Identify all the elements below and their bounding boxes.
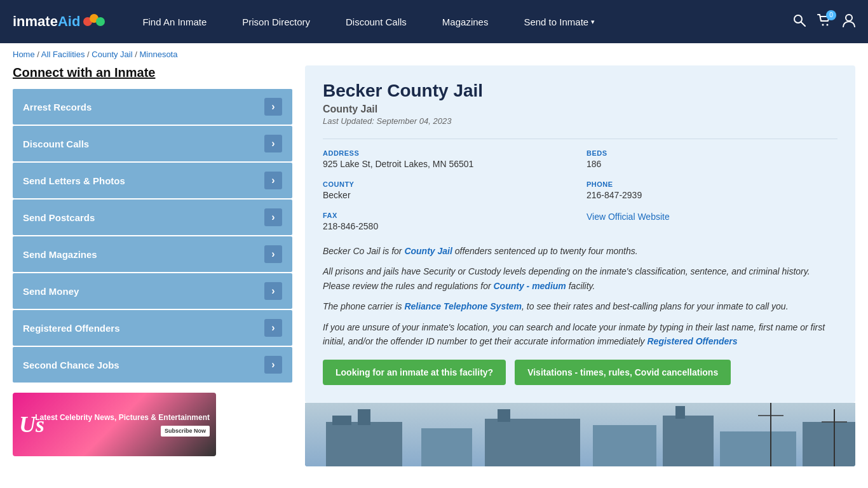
phone-label: PHONE	[587, 180, 837, 188]
facility-updated: Last Updated: September 04, 2023	[323, 116, 837, 126]
arrow-icon: ›	[264, 135, 282, 152]
svg-rect-10	[332, 416, 351, 425]
arrow-icon: ›	[264, 98, 282, 116]
svg-rect-11	[358, 409, 370, 425]
search-icon[interactable]	[793, 14, 806, 30]
content-area: Becker County Jail County Jail Last Upda…	[305, 65, 855, 466]
description-2: All prisons and jails have Security or C…	[323, 264, 837, 293]
sidebar-item-send-letters[interactable]: Send Letters & Photos ›	[13, 163, 292, 198]
svg-point-3	[794, 15, 802, 23]
facility-card: Becker County Jail County Jail Last Upda…	[305, 65, 855, 403]
county-block: COUNTY Becker	[323, 180, 574, 200]
breadcrumb-all-facilities[interactable]: All Facilities	[41, 50, 85, 59]
sidebar-title: Connect with an Inmate	[13, 65, 292, 80]
svg-rect-12	[421, 428, 472, 466]
county-medium-link[interactable]: County - medium	[493, 281, 566, 291]
sidebar-item-send-magazines[interactable]: Send Magazines ›	[13, 236, 292, 272]
svg-rect-17	[675, 406, 685, 419]
registered-offenders-link[interactable]: Registered Offenders	[647, 336, 737, 346]
description-4: If you are unsure of your inmate's locat…	[323, 320, 837, 349]
arrow-icon: ›	[264, 282, 282, 300]
advertisement[interactable]: Us Latest Celebrity News, Pictures & Ent…	[13, 393, 216, 456]
ad-text: Latest Celebrity News, Pictures & Entert…	[35, 412, 210, 436]
phone-value: 216-847-2939	[587, 190, 837, 200]
find-inmate-button[interactable]: Looking for an inmate at this facility?	[323, 360, 506, 385]
sidebar: Connect with an Inmate Arrest Records › …	[13, 65, 292, 466]
arrow-icon: ›	[264, 245, 282, 263]
ad-subscribe-button[interactable]: Subscribe Now	[161, 426, 210, 437]
arrow-icon: ›	[264, 356, 282, 374]
svg-point-2	[96, 17, 105, 26]
sidebar-item-send-postcards[interactable]: Send Postcards ›	[13, 200, 292, 235]
sidebar-item-send-money[interactable]: Send Money ›	[13, 273, 292, 309]
official-website-link[interactable]: View Official Website	[587, 212, 670, 222]
send-to-inmate-caret: ▾	[591, 18, 595, 26]
breadcrumb-county-jail[interactable]: County Jail	[92, 50, 132, 59]
header: inmateAid Find An Inmate Prison Director…	[0, 0, 868, 43]
sidebar-item-arrest-records[interactable]: Arrest Records ›	[13, 89, 292, 125]
svg-point-7	[846, 15, 852, 21]
nav-magazines[interactable]: Magazines	[424, 0, 506, 43]
fax-block: FAX 218-846-2580	[323, 212, 574, 231]
svg-line-4	[801, 22, 805, 26]
sidebar-item-registered-offenders[interactable]: Registered Offenders ›	[13, 310, 292, 346]
county-value: Becker	[323, 190, 574, 200]
address-value: 925 Lake St, Detroit Lakes, MN 56501	[323, 159, 574, 169]
beds-value: 186	[587, 159, 837, 169]
nav-find-inmate[interactable]: Find An Inmate	[125, 0, 224, 43]
breadcrumb-minnesota[interactable]: Minnesota	[139, 50, 177, 59]
beds-block: BEDS 186	[587, 149, 837, 169]
arrow-icon: ›	[264, 172, 282, 189]
nav-prison-directory[interactable]: Prison Directory	[224, 0, 328, 43]
svg-rect-19	[803, 422, 855, 466]
phone-block: PHONE 216-847-2939	[587, 180, 837, 200]
svg-rect-16	[663, 416, 714, 466]
header-icons: 0	[793, 13, 855, 30]
facility-image	[305, 403, 855, 466]
breadcrumb-home[interactable]: Home	[13, 50, 35, 59]
breadcrumb: Home / All Facilities / County Jail / Mi…	[0, 43, 868, 65]
nav-send-to-inmate[interactable]: Send to Inmate ▾	[506, 0, 613, 43]
logo-area[interactable]: inmateAid	[13, 12, 105, 31]
svg-point-5	[822, 24, 824, 25]
main-nav: Find An Inmate Prison Directory Discount…	[125, 0, 793, 43]
facility-type: County Jail	[323, 104, 837, 115]
description-1: Becker Co Jail is for County Jail offend…	[323, 244, 837, 258]
county-jail-link-1[interactable]: County Jail	[404, 246, 452, 256]
action-buttons: Looking for an inmate at this facility? …	[323, 360, 837, 385]
sidebar-menu: Arrest Records › Discount Calls › Send L…	[13, 89, 292, 383]
svg-rect-15	[593, 425, 656, 466]
cart-badge: 0	[826, 10, 836, 20]
fax-value: 218-846-2580	[323, 221, 574, 231]
arrow-icon: ›	[264, 208, 282, 226]
reliance-link[interactable]: Reliance Telephone System	[404, 301, 522, 311]
visitations-button[interactable]: Visitations - times, rules, Covid cancel…	[515, 360, 731, 385]
svg-rect-18	[720, 431, 796, 466]
info-grid: ADDRESS 925 Lake St, Detroit Lakes, MN 5…	[323, 139, 837, 231]
svg-point-6	[827, 24, 829, 25]
description-3: The phone carrier is Reliance Telephone …	[323, 299, 837, 313]
fax-label: FAX	[323, 212, 574, 219]
main-content: Connect with an Inmate Arrest Records › …	[0, 65, 868, 479]
svg-rect-14	[498, 409, 510, 422]
nav-discount-calls[interactable]: Discount Calls	[328, 0, 424, 43]
address-block: ADDRESS 925 Lake St, Detroit Lakes, MN 5…	[323, 149, 574, 169]
website-block: View Official Website	[587, 212, 837, 231]
arrow-icon: ›	[264, 319, 282, 337]
cart-icon[interactable]: 0	[817, 14, 831, 30]
svg-rect-9	[326, 422, 402, 466]
logo: inmateAid	[13, 12, 105, 31]
county-label: COUNTY	[323, 180, 574, 188]
facility-name: Becker County Jail	[323, 81, 837, 101]
sidebar-item-second-chance-jobs[interactable]: Second Chance Jobs ›	[13, 347, 292, 383]
beds-label: BEDS	[587, 149, 837, 157]
address-label: ADDRESS	[323, 149, 574, 157]
user-icon[interactable]	[843, 13, 855, 30]
sidebar-item-discount-calls[interactable]: Discount Calls ›	[13, 126, 292, 161]
svg-rect-13	[485, 419, 580, 466]
